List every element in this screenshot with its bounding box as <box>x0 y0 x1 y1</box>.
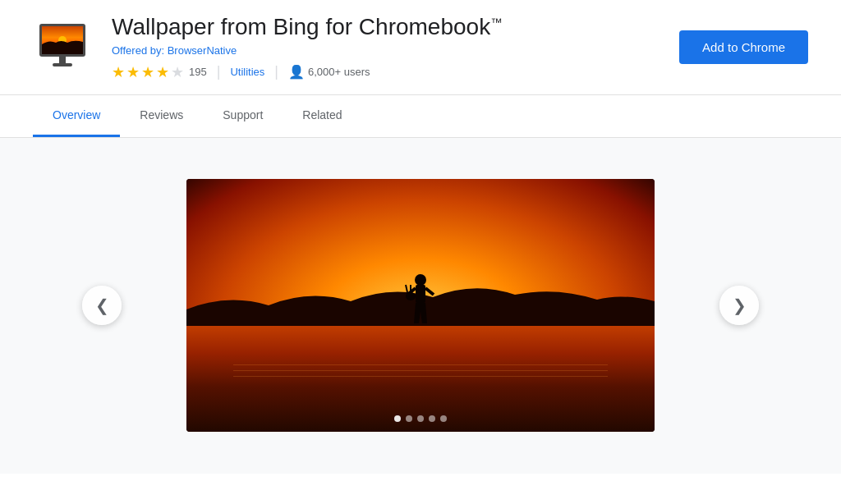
indicator-3[interactable] <box>429 415 435 422</box>
person-silhouette <box>404 270 437 336</box>
svg-point-6 <box>415 274 426 286</box>
svg-rect-4 <box>59 57 66 63</box>
main-content: ❮ <box>0 138 841 474</box>
tab-overview-label: Overview <box>53 108 100 121</box>
svg-line-9 <box>425 288 434 295</box>
indicator-0[interactable] <box>394 415 401 422</box>
tab-overview[interactable]: Overview <box>33 95 120 137</box>
svg-point-10 <box>406 292 416 300</box>
star-4: ★ <box>156 63 169 81</box>
svg-rect-5 <box>53 63 72 66</box>
prev-arrow-icon: ❮ <box>95 296 109 315</box>
add-to-chrome-button[interactable]: Add to Chrome <box>679 30 808 64</box>
sunset-scene <box>186 179 655 432</box>
offered-by-name[interactable]: BrowserNative <box>168 44 237 57</box>
offered-by[interactable]: Offered by: BrowserNative <box>112 44 659 57</box>
carousel-image <box>186 179 655 432</box>
tab-related[interactable]: Related <box>283 95 361 137</box>
meta-row: ★ ★ ★ ★ ★ 195 | Utilities | 👤 6,000+ use… <box>112 63 659 81</box>
app-title: Wallpaper from Bing for Chromebook™ <box>112 13 659 41</box>
carousel-indicators <box>394 415 447 422</box>
indicator-4[interactable] <box>440 415 447 422</box>
category-link[interactable]: Utilities <box>230 66 264 78</box>
app-info: Wallpaper from Bing for Chromebook™ Offe… <box>112 13 659 81</box>
carousel-next-button[interactable]: ❯ <box>719 286 759 325</box>
tab-reviews-label: Reviews <box>140 108 183 121</box>
star-rating: ★ ★ ★ ★ ★ 195 <box>112 63 207 81</box>
users-info: 👤 6,000+ users <box>288 64 370 80</box>
tabs-bar: Overview Reviews Support Related <box>0 95 841 138</box>
users-count: 6,000+ users <box>308 66 370 78</box>
app-header: Wallpaper from Bing for Chromebook™ Offe… <box>0 0 841 95</box>
divider-2: | <box>274 63 278 80</box>
title-text: Wallpaper from Bing for Chromebook <box>112 14 490 39</box>
indicator-2[interactable] <box>417 415 424 422</box>
tab-reviews[interactable]: Reviews <box>120 95 203 137</box>
offered-by-label: Offered by: <box>112 44 164 57</box>
star-5: ★ <box>171 63 184 81</box>
carousel-prev-button[interactable]: ❮ <box>82 286 122 325</box>
divider-1: | <box>217 63 221 80</box>
star-2: ★ <box>126 63 140 81</box>
star-3: ★ <box>141 63 154 81</box>
carousel-wrapper: ❮ <box>0 138 841 474</box>
svg-rect-7 <box>416 285 425 303</box>
svg-line-11 <box>406 285 407 292</box>
tab-support[interactable]: Support <box>203 95 283 137</box>
water-reflection <box>233 364 608 382</box>
app-icon <box>33 17 92 76</box>
star-1: ★ <box>112 63 125 81</box>
indicator-1[interactable] <box>406 415 412 422</box>
tab-related-label: Related <box>302 108 342 121</box>
user-icon: 👤 <box>288 64 305 80</box>
tab-support-label: Support <box>223 108 263 121</box>
next-arrow-icon: ❯ <box>733 296 747 315</box>
trademark: ™ <box>490 16 502 29</box>
rating-count: 195 <box>189 66 207 78</box>
